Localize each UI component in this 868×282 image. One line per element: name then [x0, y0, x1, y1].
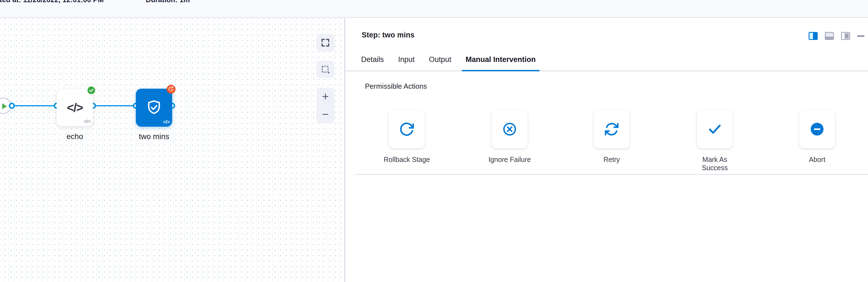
execution-header-bar: Started at: 11/26/2022, 12:01:00 PM Dura… [0, 0, 868, 18]
tab-details[interactable]: Details [361, 52, 384, 70]
layout-split-horizontal-icon [826, 37, 833, 39]
node-label-echo: echo [47, 132, 102, 141]
ignore-failure-label: Ignore Failure [486, 155, 533, 164]
rollback-stage-icon [399, 121, 415, 137]
marquee-select-icon [321, 65, 330, 74]
zoom-out-button[interactable]: − [316, 106, 335, 123]
retry-icon [604, 121, 619, 137]
rollback-stage-card [389, 110, 425, 148]
tab-input-label: Input [398, 55, 415, 64]
port-start-out[interactable] [9, 103, 15, 109]
zoom-in-button[interactable]: + [316, 88, 335, 106]
edge-start-to-echo [12, 105, 57, 106]
layout-split-vertical-button[interactable] [809, 32, 818, 40]
rollback-stage-label: Rollback Stage [383, 155, 430, 164]
rollback-stage-button[interactable]: Rollback Stage [374, 110, 440, 164]
node-label-two-mins: two mins [126, 132, 182, 141]
mark-as-success-label: Mark As Success [691, 155, 738, 172]
abort-label: Abort [794, 155, 840, 164]
step-tabs: Details Input Output Manual Intervention [345, 52, 868, 71]
permissible-actions-title: Permissible Actions [365, 82, 868, 91]
tab-output-label: Output [429, 55, 451, 64]
ignore-failure-button[interactable]: Ignore Failure [477, 110, 542, 164]
started-at-text: Started at: 11/26/2022, 12:01:00 PM [0, 0, 104, 4]
play-icon [2, 103, 7, 109]
tab-output[interactable]: Output [429, 52, 452, 70]
active-tab-underline [462, 70, 539, 71]
waiting-timeout-badge-icon [167, 85, 176, 94]
step-node-echo[interactable]: </> </> [57, 89, 93, 126]
script-type-icon: </> [163, 119, 170, 125]
layout-inset-panel-icon [845, 33, 849, 38]
permissible-actions-row: Rollback Stage Ignore Failure Retry [345, 110, 868, 173]
duration-text: Duration: 1m [146, 0, 190, 4]
layout-split-horizontal-button[interactable] [825, 32, 834, 40]
fullscreen-button[interactable] [316, 34, 335, 52]
code-step-icon: </> [67, 101, 83, 115]
tab-details-label: Details [361, 55, 384, 64]
layout-inset-panel-button[interactable] [841, 32, 850, 40]
tab-input[interactable]: Input [398, 52, 415, 70]
ignore-failure-icon [502, 122, 517, 137]
tab-manual-intervention-label: Manual Intervention [466, 55, 536, 64]
script-type-icon: </> [84, 118, 91, 124]
shield-check-icon [146, 99, 162, 116]
ignore-failure-card [492, 110, 528, 148]
panel-title: Step: two mins [362, 31, 868, 39]
retry-label: Retry [588, 155, 635, 164]
edge-echo-to-twomins [93, 105, 136, 106]
retry-button[interactable]: Retry [579, 110, 645, 164]
abort-icon [809, 121, 825, 137]
step-node-two-mins[interactable]: </> [136, 89, 172, 127]
zoom-controls: + − [316, 88, 335, 123]
mark-as-success-icon [707, 121, 723, 137]
success-badge-icon [87, 86, 96, 95]
minimize-panel-button[interactable] [857, 35, 864, 37]
pipeline-canvas[interactable]: </> </> </> echo two mins + [0, 18, 344, 282]
step-details-panel: Step: two mins Details Input Output Manu… [344, 18, 868, 282]
marquee-select-button[interactable] [316, 61, 335, 78]
abort-button[interactable]: Abort [784, 110, 850, 164]
abort-card [799, 110, 835, 148]
mark-as-success-card [697, 110, 733, 148]
retry-card [594, 110, 629, 148]
panel-layout-toggles [809, 32, 864, 40]
layout-split-vertical-icon [813, 33, 817, 39]
actions-divider [355, 174, 868, 175]
fullscreen-icon [321, 38, 330, 47]
tab-manual-intervention[interactable]: Manual Intervention [465, 52, 536, 70]
mark-as-success-button[interactable]: Mark As Success [682, 110, 748, 172]
